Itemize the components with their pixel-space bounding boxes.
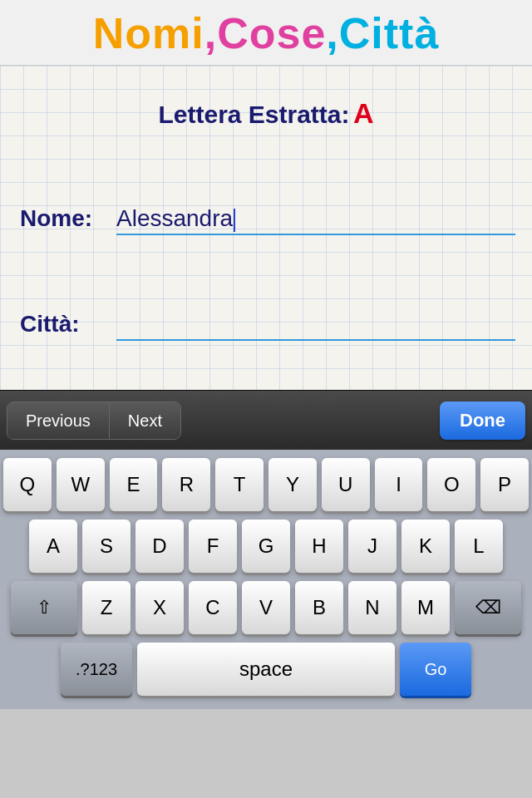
lettera-value: A (353, 97, 374, 129)
symbols-button[interactable]: .?123 (61, 643, 132, 696)
key-w[interactable]: W (57, 458, 105, 511)
key-g[interactable]: G (242, 520, 290, 573)
lettera-line: Lettera Estratta: A (0, 97, 532, 130)
key-c[interactable]: C (189, 581, 237, 634)
key-l[interactable]: L (455, 520, 503, 573)
keyboard-row-3: ⇧ Z X C V B N M ⌫ (3, 581, 529, 634)
space-button[interactable]: space (137, 643, 395, 696)
key-i[interactable]: I (375, 458, 423, 511)
title-citta: Città (339, 9, 440, 57)
key-r[interactable]: R (162, 458, 210, 511)
keyboard-row-1: Q W E R T Y U I O P (3, 458, 529, 511)
key-h[interactable]: H (295, 520, 343, 573)
key-m[interactable]: M (401, 581, 450, 634)
title-comma1: , (204, 9, 217, 57)
key-u[interactable]: U (322, 458, 370, 511)
previous-button[interactable]: Previous (7, 402, 110, 440)
game-area: Lettera Estratta: A Nome: Alessandra Cit… (0, 66, 532, 390)
key-n[interactable]: N (348, 581, 397, 634)
next-button[interactable]: Next (110, 402, 180, 440)
text-cursor (234, 209, 235, 232)
go-button[interactable]: Go (400, 643, 471, 696)
key-s[interactable]: S (82, 520, 131, 573)
citta-label: Città: (0, 311, 116, 341)
keyboard-toolbar: Previous Next Done (0, 390, 532, 450)
shift-button[interactable]: ⇧ (11, 581, 77, 634)
title-cose: Cose (217, 9, 326, 57)
key-y[interactable]: Y (268, 458, 317, 511)
key-k[interactable]: K (401, 520, 450, 573)
lettera-label: Lettera Estratta: (158, 101, 349, 128)
key-f[interactable]: F (189, 520, 237, 573)
nav-buttons: Previous Next (7, 401, 181, 440)
keyboard-row-2: A S D F G H J K L (3, 520, 529, 573)
key-v[interactable]: V (242, 581, 290, 634)
nome-value[interactable]: Alessandra (116, 205, 233, 232)
key-b[interactable]: B (295, 581, 343, 634)
key-t[interactable]: T (215, 458, 264, 511)
nome-row: Nome: Alessandra (0, 205, 532, 235)
keyboard: Q W E R T Y U I O P A S D F G H J K L ⇧ … (0, 450, 532, 709)
backspace-icon: ⌫ (475, 597, 501, 618)
done-button[interactable]: Done (440, 401, 525, 440)
delete-button[interactable]: ⌫ (455, 581, 521, 634)
title-bar: Nomi,Cose,Città (0, 0, 532, 66)
key-d[interactable]: D (135, 520, 184, 573)
keyboard-row-4: .?123 space Go (3, 643, 529, 696)
citta-row: Città: (0, 311, 532, 341)
key-o[interactable]: O (427, 458, 475, 511)
key-a[interactable]: A (29, 520, 77, 573)
key-p[interactable]: P (480, 458, 529, 511)
nome-label: Nome: (0, 205, 116, 235)
key-q[interactable]: Q (3, 458, 52, 511)
nome-input-wrapper: Alessandra (116, 205, 515, 235)
title-nomi: Nomi (93, 9, 204, 57)
shift-icon: ⇧ (37, 597, 52, 618)
key-x[interactable]: X (135, 581, 184, 634)
citta-input-wrapper (116, 314, 515, 341)
key-z[interactable]: Z (82, 581, 131, 634)
key-j[interactable]: J (348, 520, 397, 573)
key-e[interactable]: E (110, 458, 158, 511)
title-comma2: , (326, 9, 338, 57)
